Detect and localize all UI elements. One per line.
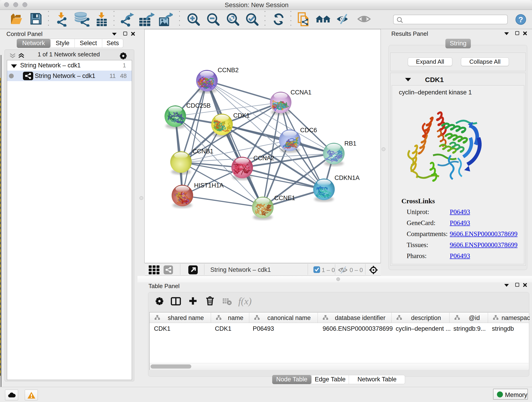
svg-text:HIST1H1A: HIST1H1A: [194, 182, 224, 189]
svg-text:CCNB2: CCNB2: [218, 67, 239, 74]
svg-text:CDC6: CDC6: [300, 127, 317, 134]
svg-text:CCNE1: CCNE1: [274, 195, 295, 201]
svg-text:CDKN1A: CDKN1A: [335, 174, 360, 181]
svg-text:RB1: RB1: [344, 140, 356, 147]
svg-text:CCNA2: CCNA2: [253, 155, 274, 162]
svg-text:CDK1: CDK1: [233, 112, 250, 119]
svg-text:CDC25B: CDC25B: [186, 102, 211, 109]
svg-text:CCNA1: CCNA1: [291, 89, 312, 96]
svg-text:CCNB1: CCNB1: [192, 148, 214, 155]
